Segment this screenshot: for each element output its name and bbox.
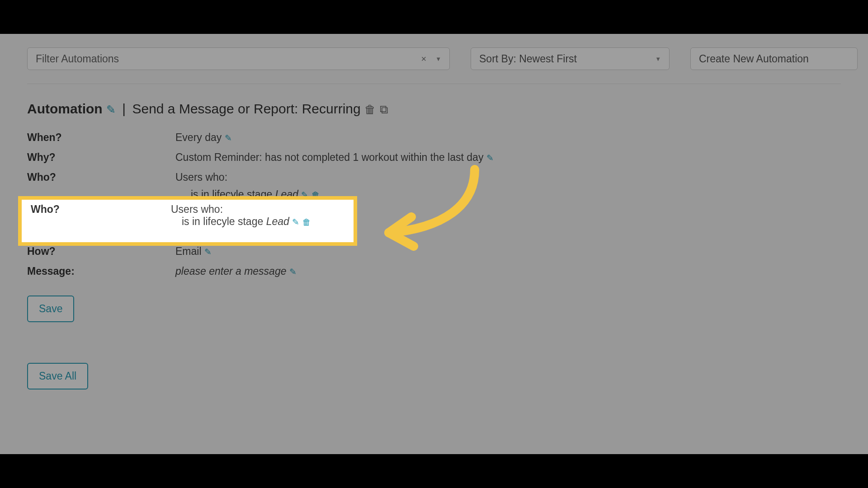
create-automation-button[interactable]: Create New Automation [690,47,858,70]
hl-who-filter-value: Lead [266,216,289,227]
when-value: Every day [175,131,222,143]
who-intro: Users who: [175,171,227,183]
edit-when-icon[interactable]: ✎ [225,133,232,143]
hl-who-filter-text: is in lifecyle stage [182,216,266,227]
edit-why-icon[interactable]: ✎ [486,153,494,163]
create-label: Create New Automation [699,53,809,65]
message-label: Message: [27,263,175,280]
edit-how-icon[interactable]: ✎ [204,247,212,257]
clear-icon[interactable]: × [421,54,426,64]
callout-arrow-icon [366,165,484,251]
title-separator: | [122,101,126,116]
save-button-label: Save [39,303,62,314]
save-all-button[interactable]: Save All [27,363,88,389]
message-placeholder: please enter a message [175,265,287,277]
hl-edit-who-filter-icon[interactable]: ✎ [292,217,299,227]
hl-delete-who-filter-icon[interactable]: 🗑 [302,217,311,227]
edit-message-icon[interactable]: ✎ [289,267,297,277]
save-button[interactable]: Save [27,296,74,322]
sort-dropdown[interactable]: Sort By: Newest First ▼ [471,47,670,70]
sort-label: Sort By: Newest First [479,53,577,65]
edit-title-icon[interactable]: ✎ [106,103,116,116]
toolbar: Filter Automations × ▼ Sort By: Newest F… [27,47,841,70]
delete-automation-icon[interactable]: 🗑 [364,103,376,116]
why-label: Why? [27,149,175,166]
dropdown-caret-icon[interactable]: ▼ [435,56,441,62]
automation-title: Automation ✎ | Send a Message or Report:… [27,101,841,117]
dropdown-caret-icon: ▼ [655,56,661,62]
highlight-who-row: Who? Users who: is in lifecyle stage Lea… [18,196,357,246]
hl-who-label: Who? [31,203,171,216]
divider [27,84,841,84]
why-value: Custom Reminder: has not completed 1 wor… [175,151,483,163]
save-all-button-label: Save All [39,370,76,382]
filter-placeholder: Filter Automations [36,53,421,65]
title-automation-label: Automation [27,101,103,116]
copy-automation-icon[interactable]: ⧉ [380,103,388,116]
app-surface: Filter Automations × ▼ Sort By: Newest F… [0,34,868,454]
when-label: When? [27,129,175,146]
field-why: Why? Custom Reminder: has not completed … [27,149,841,166]
how-value: Email [175,245,202,257]
filter-automations-input[interactable]: Filter Automations × ▼ [27,47,450,70]
field-message: Message: please enter a message ✎ [27,263,841,280]
hl-who-intro: Users who: [171,203,223,216]
title-sub-label: Send a Message or Report: Recurring [132,101,360,116]
field-when: When? Every day ✎ [27,129,841,146]
who-label: Who? [27,169,175,186]
